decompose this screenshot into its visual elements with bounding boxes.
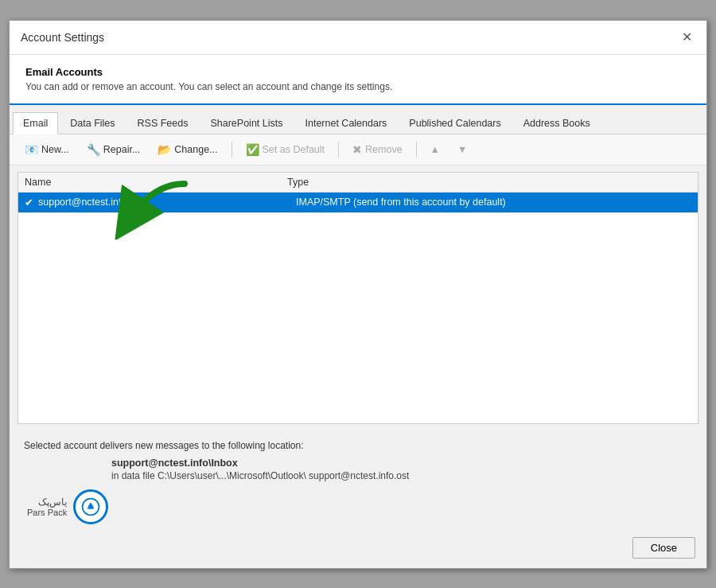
change-button[interactable]: 📂 Change... — [150, 139, 224, 160]
repair-icon: 🔧 — [87, 143, 100, 156]
title-bar: Account Settings ✕ — [10, 21, 706, 55]
tab-address-books[interactable]: Address Books — [513, 112, 601, 134]
close-button[interactable]: Close — [632, 537, 695, 559]
toolbar: 📧 New... 🔧 Repair... 📂 Change... ✅ Set a… — [10, 134, 706, 165]
set-default-icon: ✅ — [246, 143, 259, 156]
new-icon: 📧 — [25, 143, 38, 156]
main-content: 📧 New... 🔧 Repair... 📂 Change... ✅ Set a… — [10, 134, 706, 531]
toolbar-separator — [232, 142, 232, 158]
move-up-button[interactable]: ▲ — [423, 140, 447, 159]
account-check-icon: ✔ — [25, 197, 33, 208]
table-header: Name Type — [18, 173, 698, 193]
account-settings-dialog: Account Settings ✕ Email Accounts You ca… — [9, 20, 707, 569]
tab-rss-feeds[interactable]: RSS Feeds — [127, 112, 199, 134]
repair-label: Repair... — [103, 144, 141, 155]
remove-icon: ✖ — [352, 143, 362, 156]
logo-area: یاس‌پک Pars Pack — [27, 489, 692, 524]
account-type: IMAP/SMTP (send from this account by def… — [296, 197, 691, 208]
new-button[interactable]: 📧 New... — [18, 139, 76, 160]
tabs-bar: Email Data Files RSS Feeds SharePoint Li… — [10, 105, 706, 134]
email-accounts-title: Email Accounts — [25, 66, 691, 78]
tab-sharepoint-lists[interactable]: SharePoint Lists — [200, 112, 293, 134]
remove-label: Remove — [365, 144, 403, 155]
tab-published-calendars[interactable]: Published Calendars — [399, 112, 511, 134]
header-subtitle: You can add or remove an account. You ca… — [25, 81, 691, 92]
bottom-bar: Close — [10, 531, 706, 568]
dialog-title: Account Settings — [21, 31, 104, 44]
remove-button[interactable]: ✖ Remove — [345, 139, 410, 160]
up-arrow-icon: ▲ — [430, 144, 440, 155]
table-row[interactable]: ✔ support@nctest.info IMAP/SMTP (send fr… — [18, 193, 698, 212]
inbox-path: support@nctest.info\Inbox — [111, 458, 692, 469]
accounts-table: Name Type ✔ support@nctest.info IMAP/SMT… — [18, 172, 698, 424]
tab-data-files[interactable]: Data Files — [60, 112, 125, 134]
account-name: support@nctest.info — [38, 197, 296, 208]
set-default-label: Set as Default — [263, 144, 325, 155]
svg-point-2 — [88, 504, 94, 509]
col-name-header: Name — [25, 177, 287, 188]
change-label: Change... — [174, 144, 217, 155]
data-file-path: in data file C:\Users\user\...\Microsoft… — [111, 470, 692, 481]
set-default-button[interactable]: ✅ Set as Default — [239, 139, 333, 160]
toolbar-separator-3 — [416, 142, 417, 158]
col-type-header: Type — [287, 177, 691, 188]
toolbar-separator-2 — [338, 142, 339, 158]
header-section: Email Accounts You can add or remove an … — [10, 55, 706, 105]
change-icon: 📂 — [158, 143, 171, 156]
window-close-button[interactable]: ✕ — [678, 29, 695, 46]
down-arrow-icon: ▼ — [457, 144, 467, 155]
footer-section: Selected account delivers new messages t… — [10, 430, 706, 531]
new-label: New... — [41, 144, 69, 155]
logo-text: یاس‌پک Pars Pack — [27, 496, 67, 517]
move-down-button[interactable]: ▼ — [450, 140, 474, 159]
delivers-line: Selected account delivers new messages t… — [24, 440, 692, 451]
logo-icon — [73, 489, 108, 524]
tab-email[interactable]: Email — [13, 112, 58, 134]
repair-button[interactable]: 🔧 Repair... — [80, 139, 148, 160]
tab-internet-calendars[interactable]: Internet Calendars — [295, 112, 398, 134]
